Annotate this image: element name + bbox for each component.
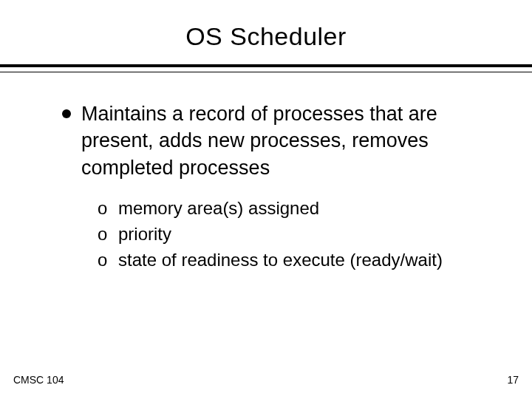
sub-list: o memory area(s) assigned o priority o s… <box>59 191 488 273</box>
footer-page-number: 17 <box>507 374 519 386</box>
list-item: o memory area(s) assigned <box>98 196 488 222</box>
footer-course: CMSC 104 <box>13 374 64 386</box>
slide-body: Maintains a record of processes that are… <box>0 72 532 273</box>
sub-bullet-text: state of readiness to execute (ready/wai… <box>118 248 443 273</box>
list-item: o priority <box>98 222 488 248</box>
bullet-disc-icon <box>62 109 71 118</box>
sub-bullet-text: priority <box>118 222 171 248</box>
sub-bullet-text: memory area(s) assigned <box>118 196 319 222</box>
title-divider-thick <box>0 64 532 67</box>
list-item: o state of readiness to execute (ready/w… <box>98 248 488 273</box>
bullet-text: Maintains a record of processes that are… <box>81 100 488 181</box>
sub-bullet-marker: o <box>98 196 111 222</box>
slide-title: OS Scheduler <box>0 0 532 64</box>
sub-bullet-marker: o <box>98 248 111 273</box>
list-item: Maintains a record of processes that are… <box>59 100 488 181</box>
slide: OS Scheduler Maintains a record of proce… <box>0 0 532 399</box>
sub-bullet-marker: o <box>98 222 111 248</box>
